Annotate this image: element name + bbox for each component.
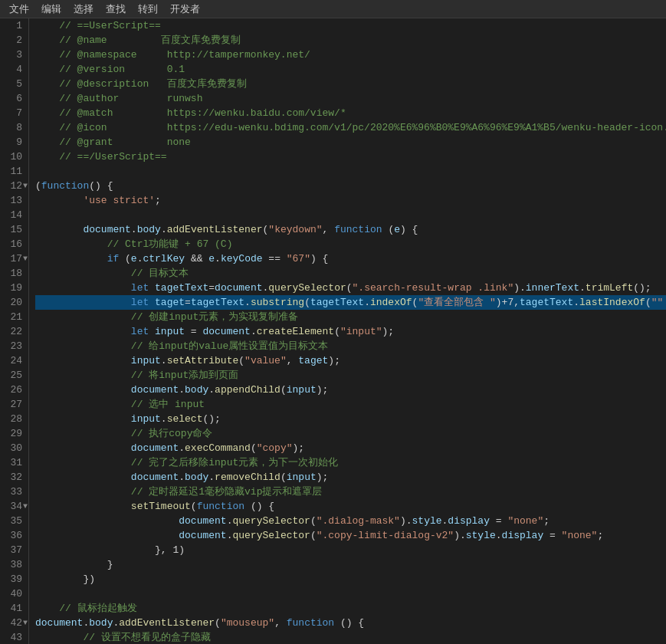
indent [35,18,59,33]
token: ( [310,514,317,528]
token: ); [317,470,329,485]
editor: 1234567891011121314151617181920212223242… [0,18,666,644]
token: ( [251,441,257,455]
code-line-27: // 选中 input [35,397,666,412]
line-num-36: 36 [6,528,22,543]
code-line-23: // 给input的value属性设置值为目标文本 [35,339,666,353]
token: // 给input的value属性设置值为目标文本 [131,339,328,353]
indent [35,281,131,295]
line-num-21: 21 [6,310,22,324]
token: // @match https://wenku.baidu.com/view/* [59,106,346,120]
token: = [208,281,215,295]
token: taget [298,353,328,368]
indent [35,630,83,644]
menu-bar: 文件编辑选择查找转到开发者 [0,0,666,18]
line-num-10: 10 [6,150,22,164]
menu-item-文件[interactable]: 文件 [3,1,35,18]
code-line-33: // 定时器延迟1毫秒隐藏vip提示和遮罩层 [35,485,666,499]
code-line-31: // 完了之后移除input元素，为下一次初始化 [35,455,666,470]
token: () { [334,616,364,630]
token: "none" [562,528,598,543]
token: body [185,383,208,397]
line-num-35: 35 [6,514,22,528]
token: ( [382,222,395,237]
token: . [442,514,448,528]
token: ctrlKey [143,251,185,266]
code-line-39: }) [35,572,666,586]
code-line-4: // @version 0.1 [35,62,666,77]
code-line-29: // 执行copy命令 [35,426,666,441]
code-line-15: document.body.addEventListener("keydown"… [35,222,666,237]
fold-arrow-42[interactable]: ▼ [23,616,32,630]
code-line-20: let taget=tagetText.substring(tagetText.… [35,295,666,310]
indent [35,339,131,353]
line-num-31: 31 [6,455,22,470]
token: . [208,383,215,397]
token: querySelector [268,281,346,295]
token: // @icon https://edu-wenku.bdimg.com/v1/… [59,120,666,135]
token: // 定时器延迟1毫秒隐藏vip提示和遮罩层 [131,485,323,499]
token: tagetText [155,281,208,295]
menu-item-选择[interactable]: 选择 [67,1,100,18]
token: appendChild [215,383,281,397]
token: document [179,528,226,543]
code-line-5: // @description 百度文库免费复制 [35,77,666,91]
token: ( [238,353,244,368]
token: innerText [526,281,579,295]
line-num-30: 30 [6,441,22,455]
token: document [131,441,179,455]
code-line-35: document.querySelector(".dialog-mask").s… [35,514,666,528]
token: // @author runwsh [59,91,202,106]
token: function [41,179,89,193]
code-line-32: document.body.removeChild(input); [35,470,666,485]
token: , [323,222,335,237]
token: . [161,222,167,237]
token: ".search-result-wrap .link" [353,281,514,295]
line-num-15: 15 [6,222,22,237]
menu-item-编辑[interactable]: 编辑 [35,1,67,18]
indent [35,368,131,383]
line-num-8: 8 [6,120,22,135]
line-num-29: 29 [6,426,22,441]
token: execCommand [185,441,251,455]
token: == [263,251,287,266]
line-num-13: 13 [6,193,22,208]
fold-arrow-34[interactable]: ▼ [23,499,32,514]
line-num-17: 17 [6,251,22,266]
code-line-8: // @icon https://edu-wenku.bdimg.com/v1/… [35,120,666,135]
fold-arrow-12[interactable]: ▼ [23,179,32,193]
token: ( [191,499,197,514]
token: . [496,528,502,543]
code-line-18: // 目标文本 [35,266,666,281]
token: display [448,514,490,528]
token: )+7, [496,295,520,310]
token: . [364,295,370,310]
token: document [202,324,250,339]
token: input [155,324,185,339]
token: // 目标文本 [131,266,189,281]
menu-item-转到[interactable]: 转到 [132,1,164,18]
token: setTimeout [131,499,191,514]
menu-item-查找[interactable]: 查找 [100,1,132,18]
token: style [466,528,496,543]
token: function [197,499,244,514]
token: && [185,251,208,266]
token: ( [412,295,418,310]
code-line-34: ▼ setTimeout(function () { [35,499,666,514]
menu-item-开发者[interactable]: 开发者 [164,1,206,18]
indent [35,135,59,150]
token: substring [251,295,304,310]
token: ( [35,179,41,193]
token: , [287,353,299,368]
token: "mouseup" [221,616,274,630]
indent [35,251,107,266]
indent [35,601,59,616]
indent [35,48,59,62]
token: ); [328,353,340,368]
code-line-11 [35,164,666,179]
token: select [167,412,203,426]
token: . [179,470,185,485]
code-line-1: // ==UserScript== [35,18,666,33]
fold-arrow-17[interactable]: ▼ [23,251,32,266]
token: ; [597,528,603,543]
